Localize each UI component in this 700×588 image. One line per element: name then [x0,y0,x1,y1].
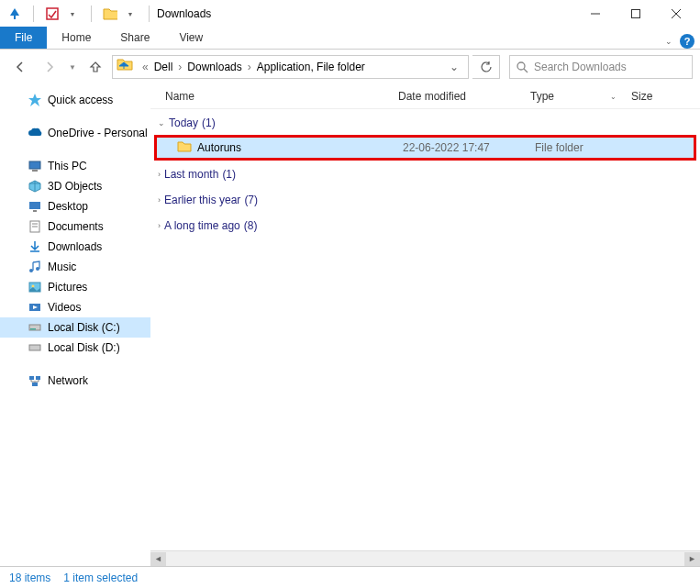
app-icon [7,6,22,21]
svg-rect-21 [29,345,40,350]
file-list-body[interactable]: ⌄ Today (1) Autoruns 22-06-2022 17:47 Fi… [150,109,700,550]
file-row-highlighted: Autoruns 22-06-2022 17:47 File folder [154,135,696,161]
tab-share[interactable]: Share [106,27,164,49]
sidebar-item-music[interactable]: Music [0,257,150,277]
nav-label: Music [48,261,76,273]
search-placeholder: Search Downloads [534,61,627,73]
breadcrumb-chevron-icon[interactable]: « [142,61,149,73]
svg-rect-22 [29,376,34,380]
nav-label: Desktop [48,200,88,213]
ribbon-expand-icon[interactable]: ⌄ [665,37,672,46]
onedrive-icon [28,126,42,140]
svg-rect-2 [632,10,640,18]
breadcrumb-item[interactable]: Downloads [185,61,243,73]
file-row[interactable]: Autoruns 22-06-2022 17:47 File folder [157,138,694,158]
refresh-button[interactable] [472,55,500,79]
svg-rect-23 [36,376,40,380]
sidebar-item-documents[interactable]: Documents [0,216,150,237]
address-bar[interactable]: « Dell › Downloads › Application, File f… [112,55,469,79]
file-tab[interactable]: File [0,27,47,49]
tab-home[interactable]: Home [47,27,106,49]
nav-label: Downloads [48,240,102,253]
this-pc-item[interactable]: This PC [0,156,150,176]
recent-locations-button[interactable]: ▼ [66,54,79,80]
svg-rect-20 [30,328,36,330]
search-icon [516,61,528,73]
group-count: (1) [222,168,236,181]
horizontal-scrollbar[interactable]: ◄ ► [150,550,700,566]
column-date[interactable]: Date modified [389,90,521,103]
nav-label: Local Disk (C:) [48,321,120,334]
group-earlier-this-year[interactable]: › Earlier this year (7) [150,186,700,212]
svg-point-14 [29,269,33,272]
group-last-month[interactable]: › Last month (1) [150,161,700,186]
videos-icon [28,300,42,315]
documents-icon [28,219,42,234]
status-selected-count: 1 item selected [63,571,138,584]
content-area: Quick access OneDrive - Personal This PC [0,84,700,566]
group-label: Earlier this year [164,194,240,206]
sidebar-item-local-disk-c[interactable]: Local Disk (C:) [0,317,150,338]
downloads-icon [28,239,42,254]
breadcrumb-chevron-icon[interactable]: › [248,61,251,73]
nav-label: Pictures [48,281,87,294]
star-icon [28,93,42,107]
quick-access-item[interactable]: Quick access [0,90,150,110]
column-name[interactable]: Name [150,90,389,103]
up-button[interactable] [83,54,108,80]
nav-label: Documents [48,220,104,233]
svg-point-15 [36,267,39,271]
scroll-right-icon[interactable]: ► [684,552,700,566]
scrollbar-track[interactable] [166,552,684,566]
status-item-count: 18 items [9,571,50,584]
group-long-time-ago[interactable]: › A long time ago (8) [150,212,700,238]
help-icon[interactable]: ? [680,34,694,49]
chevron-down-icon[interactable]: ▼ [65,6,80,21]
sidebar-item-3d-objects[interactable]: 3D Objects [0,176,150,196]
column-type[interactable]: Type⌄ [521,90,622,103]
group-today[interactable]: ⌄ Today (1) [150,109,700,135]
breadcrumb-chevron-icon[interactable]: › [178,61,182,73]
sidebar-item-downloads[interactable]: Downloads [0,237,150,257]
folder-icon [117,57,139,78]
separator [91,6,92,22]
ribbon-tabs: File Home Share View ⌄ ? [0,28,700,50]
breadcrumb-item[interactable]: Dell [152,61,175,73]
nav-label: Network [48,374,88,387]
onedrive-item[interactable]: OneDrive - Personal [0,123,150,143]
forward-button[interactable] [37,54,62,80]
svg-rect-9 [29,202,40,209]
close-button[interactable] [656,1,696,27]
svg-point-5 [517,62,525,70]
sidebar-item-videos[interactable]: Videos [0,297,150,317]
search-input[interactable]: Search Downloads [509,55,693,79]
status-bar: 18 items 1 item selected [0,566,700,588]
nav-label: Local Disk (D:) [48,341,120,354]
svg-rect-10 [33,210,37,212]
column-size[interactable]: Size [622,90,700,103]
sidebar-item-desktop[interactable]: Desktop [0,196,150,216]
address-dropdown-icon[interactable]: ⌄ [444,61,464,73]
pictures-icon [28,280,42,294]
pc-icon [28,159,42,173]
tab-view[interactable]: View [164,27,217,49]
breadcrumb-item[interactable]: Application, File folder [255,61,367,73]
maximize-button[interactable] [616,1,656,27]
properties-icon[interactable] [45,6,60,21]
chevron-down-icon[interactable]: ▼ [123,6,138,21]
music-icon [28,260,42,274]
svg-rect-7 [29,161,40,169]
minimize-button[interactable] [575,1,616,27]
scroll-left-icon[interactable]: ◄ [150,552,166,566]
group-count: (1) [202,116,216,129]
quick-access-toolbar: ▼ ▼ [4,6,155,22]
network-item[interactable]: Network [0,371,150,391]
sidebar-item-pictures[interactable]: Pictures [0,277,150,297]
disk-icon [28,320,42,335]
group-label: Last month [164,168,218,181]
group-count: (8) [244,219,258,232]
window-title: Downloads [157,7,211,20]
sidebar-item-local-disk-d[interactable]: Local Disk (D:) [0,338,150,358]
back-button[interactable] [7,54,33,80]
svg-rect-0 [47,8,58,19]
